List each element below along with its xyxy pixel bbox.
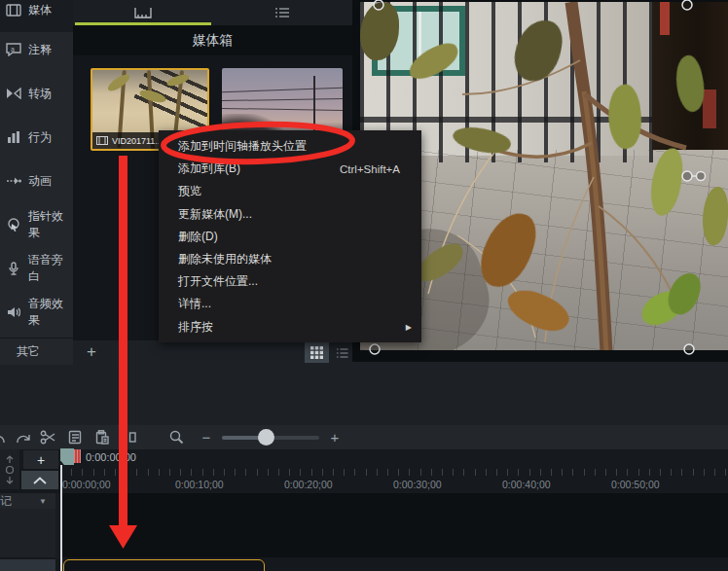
menu-item-delete-unused[interactable]: 删除未使用的媒体 <box>159 248 421 270</box>
sidebar-item-label: 注释 <box>28 42 52 58</box>
speaker-icon <box>6 304 21 320</box>
menu-item-preview[interactable]: 预览 <box>159 180 421 202</box>
ruler-label: 0:00:30;00 <box>393 479 442 490</box>
media-tabbar <box>73 0 352 25</box>
collapse-tracks-button[interactable] <box>21 471 58 489</box>
track-taller-icon <box>5 455 15 464</box>
menu-item-add-to-playhead[interactable]: 添加到时间轴播放头位置 <box>159 135 421 158</box>
copy-button[interactable] <box>64 427 86 447</box>
paste-icon <box>95 430 109 445</box>
mic-icon <box>6 261 21 276</box>
ruler-label: 0:00:00;00 <box>62 479 111 490</box>
scissors-icon <box>40 430 56 445</box>
minus-icon: − <box>202 429 211 446</box>
menu-item-details[interactable]: 详情... <box>159 293 421 315</box>
menu-item-label: 预览 <box>178 183 412 199</box>
sidebar-item-annotations[interactable]: a 注释 <box>0 28 73 71</box>
timeline-track-area[interactable] <box>60 493 728 557</box>
sidebar-item-label: 语音旁白 <box>28 252 73 285</box>
sidebar-item-label: 转场 <box>28 86 52 102</box>
sidebar-more-label: 其它 <box>17 343 40 360</box>
list-view-button[interactable] <box>330 342 354 363</box>
list-view-icon <box>336 347 349 359</box>
marker-track-toggle[interactable]: 记 ▼ <box>0 493 55 509</box>
tab-media-bin[interactable] <box>73 0 213 25</box>
svg-text:a: a <box>11 46 15 53</box>
ruler-ticks <box>60 469 728 476</box>
track-shorter-icon <box>5 476 15 484</box>
zoom-slider-knob[interactable] <box>258 429 274 446</box>
cursor-icon <box>6 217 21 232</box>
timeline-track-1 <box>0 559 728 571</box>
sidebar-item-more[interactable]: 其它 <box>0 339 73 365</box>
menu-item-sort-by[interactable]: 排序按 ▶ <box>159 316 421 339</box>
camtasia-window: 媒体 a 注释 转场 行为 动画 <box>0 0 728 571</box>
list-icon <box>274 7 290 18</box>
menu-item-label: 详情... <box>178 296 412 312</box>
menu-item-shortcut: Ctrl+Shift+A <box>340 163 412 175</box>
media-bin-icon <box>134 7 152 18</box>
plus-icon: + <box>37 452 45 468</box>
dropdown-arrow-icon: ▼ <box>39 497 47 506</box>
sidebar-item-animations[interactable]: 动画 <box>0 160 73 202</box>
sidebar-item-label: 音频效果 <box>28 296 73 329</box>
split-icon <box>121 431 136 444</box>
menu-item-label: 添加到时间轴播放头位置 <box>178 138 412 155</box>
sidebar-item-behaviors[interactable]: 行为 <box>0 116 73 159</box>
redo-button[interactable] <box>12 427 33 447</box>
cut-button[interactable] <box>37 427 58 447</box>
split-button[interactable] <box>118 427 139 447</box>
copy-icon <box>68 430 82 445</box>
zoom-in-button[interactable]: + <box>326 427 344 447</box>
tab-library[interactable] <box>213 0 353 25</box>
menu-item-label: 更新媒体(M)... <box>178 206 412 223</box>
sidebar-item-label: 动画 <box>28 173 52 190</box>
track-height-controls[interactable] <box>0 449 19 489</box>
sidebar-item-voice-narration[interactable]: 语音旁白 <box>0 247 73 290</box>
undo-button[interactable] <box>0 427 10 447</box>
paste-button[interactable] <box>91 427 113 447</box>
menu-item-delete[interactable]: 删除(D) <box>159 226 421 248</box>
menu-item-update-media[interactable]: 更新媒体(M)... <box>159 203 421 226</box>
film-icon <box>6 3 21 18</box>
sidebar-item-cursor-effects[interactable]: 指针效果 <box>0 203 73 246</box>
marker-track-label: 记 <box>0 493 12 510</box>
playhead-handle[interactable] <box>60 448 74 465</box>
sidebar-item-label: 指针效果 <box>28 208 73 241</box>
plus-icon: + <box>87 342 96 362</box>
media-panel-title: 媒体箱 <box>73 25 352 55</box>
ruler-label: 0:00:40;00 <box>502 479 551 490</box>
add-track-button[interactable]: + <box>23 450 58 469</box>
redo-icon <box>14 431 31 445</box>
sidebar-item-label: 媒体 <box>28 2 52 18</box>
sidebar-item-transitions[interactable]: 转场 <box>0 72 73 115</box>
menu-item-label: 删除(D) <box>178 229 412 245</box>
transition-icon <box>6 86 21 101</box>
zoom-search-button[interactable] <box>165 427 187 447</box>
zoom-out-button[interactable]: − <box>198 427 215 447</box>
in-point-marker[interactable] <box>74 449 81 463</box>
timeline-clip[interactable] <box>63 559 265 571</box>
video-file-icon <box>96 136 108 145</box>
grid-view-icon <box>310 346 323 359</box>
add-media-button[interactable]: + <box>80 341 103 363</box>
ruler-label: 0:00:50;00 <box>611 479 660 490</box>
behavior-icon <box>6 129 21 145</box>
sidebar-item-audio-effects[interactable]: 音频效果 <box>0 291 73 334</box>
timeline-ruler[interactable]: 0:00:00;00 0:00:10;00 0:00:20;00 0:00:30… <box>60 469 728 493</box>
track-header-empty <box>0 509 55 557</box>
sidebar: 媒体 a 注释 转场 行为 动画 <box>0 0 73 365</box>
menu-item-label: 排序按 <box>178 319 406 336</box>
context-menu: 添加到时间轴播放头位置 添加到库(B) Ctrl+Shift+A 预览 更新媒体… <box>159 130 421 342</box>
menu-item-add-to-library[interactable]: 添加到库(B) Ctrl+Shift+A <box>159 158 421 180</box>
track-1-header[interactable] <box>0 559 55 571</box>
menu-item-open-file-location[interactable]: 打开文件位置... <box>159 270 421 293</box>
magnifier-icon <box>169 430 184 445</box>
grid-view-button[interactable] <box>305 342 329 363</box>
animation-icon <box>6 173 21 189</box>
clip1-filename: VID201711.. <box>112 136 160 146</box>
sidebar-item-label: 行为 <box>28 129 52 146</box>
menu-item-label: 打开文件位置... <box>178 273 412 290</box>
ruler-label: 0:00:20;00 <box>284 479 333 490</box>
ruler-label: 0:00:10;00 <box>175 479 224 490</box>
